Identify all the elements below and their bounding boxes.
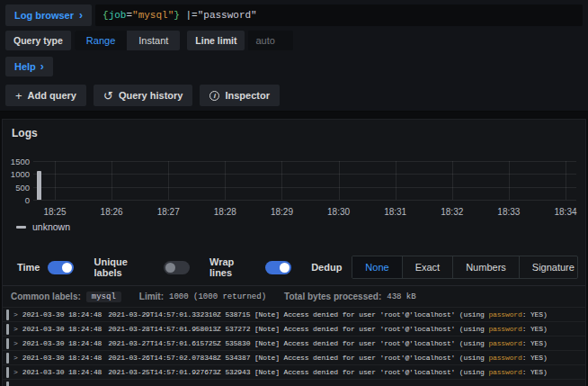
expand-row-icon[interactable]: > — [13, 325, 18, 333]
log-level-bar — [6, 310, 9, 320]
expand-row-icon[interactable]: > — [13, 368, 18, 376]
log-line: 2021-03-30 18:24:482021-03-29T14:57:01.3… — [22, 310, 548, 319]
time-toggle[interactable] — [48, 261, 74, 274]
log-row[interactable]: >2021-03-30 18:24:482021-03-27T14:57:01.… — [3, 336, 585, 350]
logs-panel: Logs 05001000150018:2518:2618:2718:2818:… — [2, 119, 586, 386]
y-axis-tick: 0 — [10, 195, 30, 205]
y-axis-tick: 500 — [10, 183, 30, 193]
add-query-button[interactable]: +Add query — [5, 85, 86, 106]
x-gridline — [339, 161, 340, 200]
line-limit-input[interactable] — [248, 31, 293, 50]
x-gridline — [509, 161, 510, 200]
limit-label: Limit: — [139, 292, 164, 301]
chevron-right-icon: › — [79, 10, 83, 21]
log-timestamp: 2021-03-30 18:24:48 — [22, 354, 102, 362]
x-gridline — [111, 161, 112, 200]
dedup-option-exact[interactable]: Exact — [402, 256, 453, 278]
plot-area[interactable] — [33, 161, 576, 200]
log-message: : YES) — [522, 354, 548, 362]
query-type-label: Query type — [5, 31, 71, 50]
help-button[interactable]: Help › — [5, 57, 53, 76]
log-match-highlight: password — [488, 368, 521, 376]
dedup-option-numbers[interactable]: Numbers — [452, 256, 519, 278]
log-meta-row: Common labels: mysql Limit: 1000 (1000 r… — [3, 285, 585, 307]
log-line: 2021-03-30 18:24:482021-03-25T14:57:01.9… — [22, 368, 548, 376]
x-gridline — [452, 161, 453, 200]
x-axis-tick: 18:33 — [489, 207, 529, 217]
log-display-controls: Time Unique labels Wrap lines Dedup None… — [17, 255, 578, 280]
log-timestamp: 2021-03-30 18:24:48 — [22, 368, 102, 376]
dedup-group: NoneExactNumbersSignature — [352, 256, 578, 279]
wrap-lines-toggle[interactable] — [265, 261, 291, 274]
x-gridline — [281, 161, 282, 200]
log-message: : YES) — [522, 368, 548, 376]
panel-title: Logs — [12, 127, 38, 139]
expand-row-icon[interactable]: > — [13, 310, 18, 319]
inspector-button[interactable]: iInspector — [200, 85, 280, 106]
log-row[interactable]: >2021-03-30 18:24:482021-03-29T14:57:01.… — [3, 307, 585, 321]
bytes-processed-value: 438 kB — [387, 292, 415, 301]
x-axis-tick: 18:32 — [432, 207, 472, 217]
toggle-knob — [280, 263, 290, 273]
x-gridline — [225, 161, 226, 200]
log-volume-bar — [37, 171, 41, 200]
time-toggle-label: Time — [17, 262, 40, 273]
dedup-option-signature[interactable]: Signature — [519, 256, 578, 278]
query-row: Log browser › {job="mysql"} |="password" — [5, 4, 583, 26]
legend-series-label[interactable]: unknown — [32, 221, 70, 232]
query-options-row: Query type RangeInstant Line limit — [5, 31, 293, 50]
log-timestamp: 2021-03-30 18:24:48 — [22, 310, 102, 319]
log-message: 2021-03-26T14:57:02.078348Z 534387 [Note… — [108, 354, 488, 362]
log-rows: >2021-03-30 18:24:482021-03-29T14:57:01.… — [3, 307, 585, 386]
log-row[interactable]: >2021-03-30 18:24:482021-03-25T14:57:01.… — [3, 364, 585, 379]
chevron-right-icon: › — [40, 61, 44, 72]
bytes-processed-label: Total bytes processed: — [284, 292, 381, 301]
y-gridline — [33, 174, 576, 175]
query-token: "mysql" — [132, 10, 174, 21]
query-expression-input[interactable]: {job="mysql"} |="password" — [95, 4, 583, 26]
log-browser-button[interactable]: Log browser › — [5, 4, 92, 26]
query-type-option-instant[interactable]: Instant — [127, 31, 180, 50]
unique-labels-toggle[interactable] — [164, 261, 190, 274]
button-label: Query history — [119, 90, 183, 101]
y-gridline — [33, 187, 576, 188]
x-gridline — [55, 161, 56, 200]
toggle-knob — [165, 263, 175, 273]
x-axis-tick: 18:26 — [92, 207, 131, 217]
toolbar: +Add query↺Query historyiInspector — [5, 85, 280, 106]
log-level-bar — [6, 367, 9, 378]
dedup-label: Dedup — [311, 262, 342, 273]
query-type-option-range[interactable]: Range — [75, 31, 127, 50]
legend-series-marker — [16, 226, 26, 229]
x-axis-tick: 18:31 — [376, 207, 415, 217]
log-match-highlight: password — [488, 339, 521, 347]
dedup-option-none[interactable]: None — [352, 256, 401, 278]
log-message: : YES) — [522, 310, 548, 319]
help-label: Help — [14, 61, 36, 72]
chart-legend: unknown — [16, 220, 70, 233]
log-level-bar — [6, 338, 9, 349]
logs-volume-chart: 05001000150018:2518:2618:2718:2818:2918:… — [10, 157, 578, 217]
log-timestamp: 2021-03-30 18:24:48 — [22, 325, 102, 333]
log-row[interactable]: >2021-03-30 18:24:482021-03-26T14:57:02.… — [3, 350, 585, 364]
query-token: |= — [180, 10, 198, 21]
expand-row-icon[interactable]: > — [13, 354, 18, 362]
expand-row-icon[interactable]: > — [13, 339, 18, 347]
help-row: Help › — [5, 57, 53, 76]
x-axis-tick: 18:27 — [148, 207, 188, 217]
query-token: } — [174, 10, 180, 21]
plus-icon: + — [15, 90, 22, 102]
log-row-partial[interactable] — [3, 379, 585, 386]
common-labels-label: Common labels: — [11, 292, 81, 301]
log-row[interactable]: >2021-03-30 18:24:482021-03-28T14:57:01.… — [3, 321, 585, 336]
y-axis-tick: 1500 — [10, 157, 30, 166]
log-message: 2021-03-29T14:57:01.332310Z 538715 [Note… — [108, 310, 488, 319]
query-history-button[interactable]: ↺Query history — [94, 85, 192, 106]
y-gridline — [33, 161, 576, 162]
x-axis-tick: 18:34 — [546, 207, 585, 217]
y-gridline — [33, 200, 576, 201]
query-token: "password" — [198, 10, 257, 21]
x-axis-tick: 18:25 — [35, 207, 75, 217]
unique-labels-toggle-label: Unique labels — [94, 256, 156, 278]
x-axis-tick: 18:29 — [262, 207, 301, 217]
